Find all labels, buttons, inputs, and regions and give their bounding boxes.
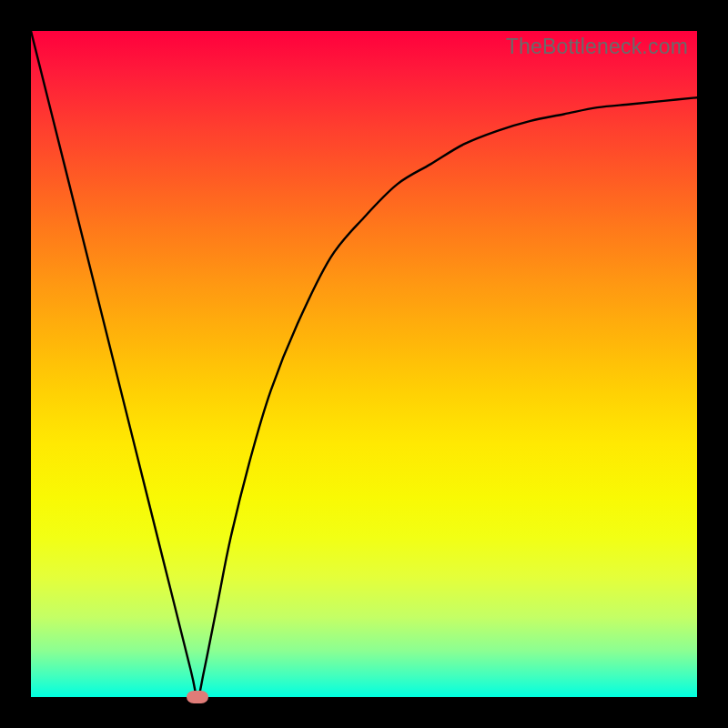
plot-area: TheBottleneck.com: [31, 31, 697, 697]
bottleneck-curve: [31, 31, 697, 697]
chart-frame: TheBottleneck.com: [0, 0, 728, 728]
minimum-marker: [187, 691, 208, 703]
